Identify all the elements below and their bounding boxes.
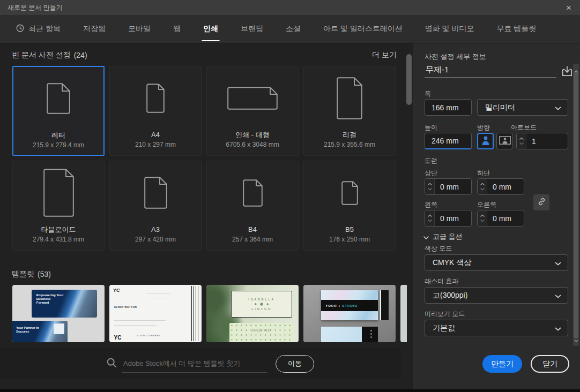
preset-card-a4[interactable]: A4 210 x 297 mm xyxy=(109,66,202,156)
decrement-icon[interactable] xyxy=(480,187,485,191)
chevron-down-icon xyxy=(423,233,429,241)
preset-card-letter[interactable]: 레터 215.9 x 279.4 mm xyxy=(12,66,105,156)
right-panel-scrollbar[interactable] xyxy=(573,64,579,346)
tab-web[interactable]: 웹 xyxy=(173,15,181,43)
bleed-right-input[interactable] xyxy=(487,214,524,223)
preset-details-panel: 사전 설정 세부 정보 폭 밀리미터 높이 방향 아트보드 xyxy=(413,43,580,392)
decrement-icon[interactable] xyxy=(427,187,433,191)
bleed-right-stepper xyxy=(477,210,524,227)
increment-icon[interactable] xyxy=(519,137,524,140)
save-preset-icon[interactable] xyxy=(561,65,574,78)
bleed-label: 도련 xyxy=(425,156,437,165)
increment-icon[interactable] xyxy=(427,183,433,186)
tab-print[interactable]: 인쇄 xyxy=(203,15,218,43)
bleed-top-label: 상단 xyxy=(425,169,437,178)
chevron-down-icon xyxy=(555,103,561,112)
link-bleed-values-button[interactable] xyxy=(533,194,549,210)
preview-mode-dropdown[interactable]: 기본값 xyxy=(425,320,568,336)
bleed-left-input[interactable] xyxy=(435,214,471,223)
advanced-options-toggle[interactable]: 고급 옵션 xyxy=(423,232,463,242)
orientation-label: 방향 xyxy=(477,123,490,132)
document-icon xyxy=(337,77,362,119)
close-button[interactable]: 닫기 xyxy=(531,355,569,373)
width-input[interactable] xyxy=(425,99,472,116)
increment-icon[interactable] xyxy=(480,214,485,217)
width-label: 폭 xyxy=(425,89,431,99)
document-name-input[interactable] xyxy=(425,63,556,78)
increment-icon[interactable] xyxy=(480,183,485,186)
document-icon xyxy=(146,84,165,113)
blank-presets-header: 빈 문서 사전 설정 (24) 더 보기 xyxy=(0,46,413,65)
decrement-icon[interactable] xyxy=(427,219,433,222)
template-thumbnail-business-flyer[interactable]: Empowering Your Business Forward Your Pa… xyxy=(12,285,105,342)
height-label: 높이 xyxy=(425,123,437,132)
bleed-bottom-label: 하단 xyxy=(477,169,490,178)
bleed-top-input[interactable] xyxy=(435,182,471,192)
bleed-left-stepper xyxy=(425,210,472,227)
left-panel-scrollbar[interactable] xyxy=(406,54,412,105)
tab-social[interactable]: 소셜 xyxy=(286,15,301,43)
orientation-landscape-button[interactable] xyxy=(496,133,513,149)
stock-search-bar: 이동 xyxy=(0,348,401,379)
raster-effects-dropdown[interactable]: 고(300ppi) xyxy=(425,287,568,304)
artboard-stepper xyxy=(516,133,568,149)
chevron-down-icon xyxy=(555,291,561,300)
units-dropdown[interactable]: 밀리미터 xyxy=(477,99,568,116)
document-icon xyxy=(144,177,167,209)
tab-saved[interactable]: 저장됨 xyxy=(83,15,106,43)
template-thumbnail-botanical-cards[interactable]: ISABELLA LINTON 00-123-4567 xyxy=(206,285,299,342)
tab-free-templates[interactable]: 무료 템플릿 xyxy=(496,15,536,43)
tab-mobile[interactable]: 모바일 xyxy=(128,15,151,43)
template-row: Empowering Your Business Forward Your Pa… xyxy=(0,285,413,342)
presets-panel: 빈 문서 사전 설정 (24) 더 보기 레터 215.9 x 279.4 mm… xyxy=(0,43,413,392)
template-thumbnail-studio-cards[interactable]: YOUR + STUDIO xyxy=(303,285,396,342)
create-button[interactable]: 만들기 xyxy=(482,355,522,373)
view-more-link[interactable]: 더 보기 xyxy=(372,50,397,60)
link-icon xyxy=(537,197,546,208)
increment-icon[interactable] xyxy=(427,214,433,217)
chevron-down-icon xyxy=(555,324,561,333)
close-icon[interactable]: × xyxy=(566,3,571,12)
magnifier-icon xyxy=(106,357,117,370)
tab-recent[interactable]: 최근 항목 xyxy=(16,15,61,43)
scroll-up-icon[interactable] xyxy=(574,65,578,75)
bleed-bottom-input[interactable] xyxy=(487,182,524,192)
document-icon xyxy=(243,179,263,207)
tab-branding[interactable]: 브랜딩 xyxy=(241,15,263,43)
preset-card-tabloid[interactable]: 타블로이드 279.4 x 431.8 mm xyxy=(12,161,105,251)
tab-film-video[interactable]: 영화 및 비디오 xyxy=(425,15,474,43)
tab-art-illustration[interactable]: 아트 및 일러스트레이션 xyxy=(323,15,403,43)
template-thumbnail-partial[interactable] xyxy=(400,285,407,342)
new-document-dialog: 새로운 문서 만들기 × 최근 항목 저장됨 모바일 웹 인쇄 브랜딩 소셜 아… xyxy=(0,0,580,392)
preset-card-b5[interactable]: B5 176 x 250 mm xyxy=(303,161,396,251)
color-mode-dropdown[interactable]: CMYK 색상 xyxy=(425,254,568,271)
preset-card-a3[interactable]: A3 297 x 420 mm xyxy=(109,161,202,251)
titlebar: 새로운 문서 만들기 × xyxy=(0,0,580,15)
orientation-portrait-button[interactable] xyxy=(477,133,494,149)
document-icon xyxy=(43,169,74,217)
portrait-icon xyxy=(482,135,489,147)
clock-icon xyxy=(16,24,24,34)
bleed-left-label: 왼쪽 xyxy=(425,200,437,209)
height-input[interactable] xyxy=(425,133,472,149)
dialog-bottom-edge xyxy=(0,389,580,392)
artboard-count-input[interactable] xyxy=(526,137,568,146)
preview-mode-label: 미리보기 모드 xyxy=(425,310,465,319)
preset-card-b4[interactable]: B4 257 x 364 mm xyxy=(206,161,299,251)
preset-card-legal[interactable]: 리걸 215.9 x 355.6 mm xyxy=(303,66,396,156)
category-tabs: 최근 항목 저장됨 모바일 웹 인쇄 브랜딩 소셜 아트 및 일러스트레이션 영… xyxy=(0,15,580,43)
go-button[interactable]: 이동 xyxy=(276,355,314,373)
stock-search-input[interactable] xyxy=(122,355,267,373)
decrement-icon[interactable] xyxy=(519,142,524,145)
landscape-icon xyxy=(499,136,511,147)
decrement-icon[interactable] xyxy=(480,219,485,222)
document-icon xyxy=(227,87,278,110)
details-header: 사전 설정 세부 정보 xyxy=(425,52,486,62)
chevron-down-icon xyxy=(555,259,561,267)
artboards-label: 아트보드 xyxy=(511,123,537,132)
template-thumbnail-business-cards[interactable]: YC HENRY WOTTON YC YOUR COMPANY xyxy=(109,285,202,342)
raster-effects-label: 래스터 효과 xyxy=(425,277,458,286)
preset-card-print-large[interactable]: 인쇄 - 대형 6705.6 x 3048 mm xyxy=(206,66,299,156)
scroll-down-icon[interactable] xyxy=(574,335,578,344)
bleed-right-label: 오른쪽 xyxy=(477,200,496,209)
